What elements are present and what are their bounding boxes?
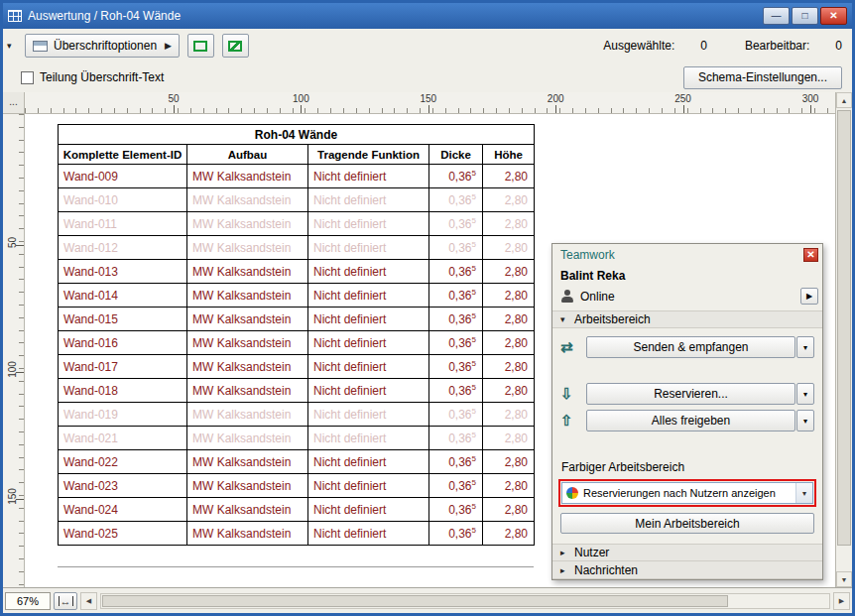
ruler-label: 50	[168, 93, 179, 104]
cell-funktion: Nicht definiert	[308, 355, 429, 379]
vertical-scrollbar[interactable]: ▲ ▼	[835, 92, 852, 587]
cell-dicke: 0,365	[429, 165, 483, 188]
table-row[interactable]: Wand-010MW KalksandsteinNicht definiert0…	[59, 188, 535, 212]
ruler-label: 100	[7, 360, 18, 380]
section-collapsed-icon: ▸	[560, 565, 568, 575]
table-row[interactable]: Wand-021MW KalksandsteinNicht definiert0…	[59, 427, 535, 450]
ruler-label: 200	[548, 93, 564, 104]
reserve-icon: ⇩	[560, 385, 586, 403]
cell-dicke: 0,365	[429, 308, 483, 331]
horizontal-scroll-track[interactable]	[100, 593, 830, 609]
cell-hoehe: 2,80	[483, 165, 535, 188]
release-all-button[interactable]: Alles freigeben	[586, 410, 795, 431]
reserve-label: Reservieren...	[654, 387, 728, 401]
zoom-level[interactable]: 67%	[5, 592, 51, 610]
cell-element-id: Wand-016	[59, 331, 187, 355]
section-nutzer[interactable]: ▸ Nutzer	[552, 544, 822, 561]
column-header-dicke: Dicke	[429, 145, 483, 165]
cell-element-id: Wand-009	[59, 165, 187, 188]
my-workspace-button[interactable]: Mein Arbeitsbereich	[560, 513, 814, 534]
teamwork-close-icon[interactable]: ✕	[803, 248, 818, 262]
cell-hoehe: 2,80	[483, 284, 535, 308]
fit-width-button[interactable]: ↔	[54, 592, 77, 610]
table-row[interactable]: Wand-016MW KalksandsteinNicht definiert0…	[59, 331, 535, 355]
cell-funktion: Nicht definiert	[308, 427, 429, 450]
release-all-icon: ⇧	[560, 412, 586, 430]
horizontal-scroll-thumb[interactable]	[102, 595, 728, 607]
table-row[interactable]: Wand-017MW KalksandsteinNicht definiert0…	[59, 355, 535, 379]
ruler-row: ... 50100150200250300	[3, 92, 835, 114]
reserve-dropdown-icon[interactable]: ▾	[796, 383, 814, 405]
table-row[interactable]: Wand-012MW KalksandsteinNicht definiert0…	[59, 236, 535, 260]
table-bottom-rule	[58, 566, 534, 567]
release-all-dropdown-icon[interactable]: ▾	[796, 410, 814, 431]
cell-aufbau: MW Kalksandstein	[187, 403, 308, 427]
reserve-button[interactable]: Reservieren...	[586, 383, 795, 405]
close-button[interactable]: ✕	[820, 7, 847, 25]
teamwork-header[interactable]: Teamwork ✕	[552, 244, 822, 265]
heading-options-button[interactable]: Überschriftoptionen ▶	[25, 34, 180, 58]
selected-count: 0	[700, 39, 707, 53]
table-row[interactable]: Wand-025MW KalksandsteinNicht definiert0…	[59, 522, 535, 546]
table-row[interactable]: Wand-022MW KalksandsteinNicht definiert0…	[59, 450, 535, 474]
marquee-button[interactable]	[187, 34, 214, 58]
section-nutzer-label: Nutzer	[574, 546, 609, 559]
section-collapsed-icon: ▸	[560, 548, 568, 557]
vertical-scroll-thumb[interactable]	[837, 110, 851, 546]
column-header-aufbau: Aufbau	[187, 145, 308, 165]
cell-aufbau: MW Kalksandstein	[187, 379, 308, 403]
cell-funktion: Nicht definiert	[308, 165, 429, 188]
main-area: ... 50100150200250300 50100150 Roh-04 Wä…	[3, 92, 852, 587]
cell-element-id: Wand-011	[59, 212, 187, 236]
cell-funktion: Nicht definiert	[308, 450, 429, 474]
ruler-corner-button[interactable]: ...	[3, 92, 25, 113]
online-expand-button[interactable]: ▶	[800, 288, 818, 305]
send-receive-label: Senden & empfangen	[633, 340, 748, 354]
ruler-tick	[301, 105, 302, 113]
minimize-button[interactable]: —	[763, 7, 790, 25]
section-arbeitsbereich[interactable]: ▾ Arbeitsbereich	[552, 310, 822, 328]
cell-dicke: 0,365	[429, 498, 483, 522]
ruler-horizontal: 50100150200250300	[25, 92, 835, 113]
table-row[interactable]: Wand-024MW KalksandsteinNicht definiert0…	[59, 498, 535, 522]
toolbar-main: ▾ Überschriftoptionen ▶ Ausgewählte: 0 B…	[3, 29, 852, 62]
section-nachrichten[interactable]: ▸ Nachrichten	[552, 561, 822, 579]
table-row[interactable]: Wand-023MW KalksandsteinNicht definiert0…	[59, 474, 535, 498]
teamwork-title: Teamwork	[560, 248, 803, 262]
table-row[interactable]: Wand-009MW KalksandsteinNicht definiert0…	[59, 165, 535, 188]
table-row[interactable]: Wand-019MW KalksandsteinNicht definiert0…	[59, 403, 535, 427]
vertical-scroll-track[interactable]	[836, 108, 852, 571]
column-header-funktion: Tragende Funktion	[308, 145, 429, 165]
table-row[interactable]: Wand-018MW KalksandsteinNicht definiert0…	[59, 379, 535, 403]
teamwork-online-row: Online ▶	[552, 285, 822, 310]
table-row[interactable]: Wand-011MW KalksandsteinNicht definiert0…	[59, 212, 535, 236]
cell-aufbau: MW Kalksandstein	[187, 427, 308, 450]
cell-funktion: Nicht definiert	[308, 498, 429, 522]
editable-count-group: Bearbeitbar: 0	[745, 39, 842, 53]
cell-hoehe: 2,80	[483, 236, 535, 260]
scroll-right-icon[interactable]: ▶	[833, 592, 850, 610]
send-receive-button[interactable]: Senden & empfangen	[586, 336, 795, 358]
cell-hoehe: 2,80	[483, 188, 535, 212]
dropdown-chevron-icon[interactable]: ▾	[795, 483, 812, 503]
edit-marquee-button[interactable]	[222, 34, 249, 58]
cell-hoehe: 2,80	[483, 331, 535, 355]
scroll-down-icon[interactable]: ▼	[836, 571, 852, 587]
cell-dicke: 0,365	[429, 379, 483, 403]
schema-settings-button[interactable]: Schema-Einstellungen...	[683, 66, 842, 89]
split-heading-checkbox[interactable]	[21, 71, 34, 84]
send-receive-dropdown-icon[interactable]: ▾	[796, 336, 814, 358]
workspace-color-dropdown[interactable]: Reservierungen nach Nutzern anzeigen ▾	[561, 482, 813, 504]
user-icon	[561, 290, 573, 303]
titlebar: Auswertung / Roh-04 Wände — □ ✕	[3, 3, 852, 29]
maximize-button[interactable]: □	[792, 7, 818, 25]
table-row[interactable]: Wand-013MW KalksandsteinNicht definiert0…	[59, 260, 535, 284]
cell-funktion: Nicht definiert	[308, 474, 429, 498]
table-row[interactable]: Wand-015MW KalksandsteinNicht definiert0…	[59, 308, 535, 331]
table-row[interactable]: Wand-014MW KalksandsteinNicht definiert0…	[59, 284, 535, 308]
palette-menu-arrow-icon[interactable]: ▾	[7, 41, 17, 51]
ruler-label: 50	[7, 233, 18, 253]
arbeitsbereich-content: ⇄ Senden & empfangen ▾ ⇩ Reservieren...	[552, 328, 822, 544]
scroll-left-icon[interactable]: ◀	[80, 592, 97, 610]
scroll-up-icon[interactable]: ▲	[836, 92, 852, 108]
